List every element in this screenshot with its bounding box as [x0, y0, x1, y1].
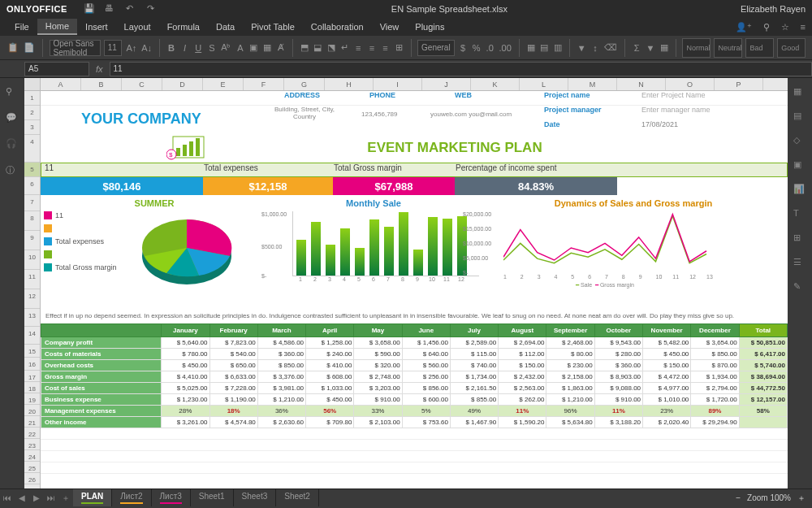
- pivot-settings-icon[interactable]: ⊞: [793, 232, 806, 245]
- row-header[interactable]: 23: [24, 439, 40, 450]
- col-header[interactable]: I: [374, 78, 422, 90]
- row-header[interactable]: 4: [24, 135, 40, 163]
- menu-plugins[interactable]: Plugins: [407, 20, 452, 34]
- user-name[interactable]: Elizabeth Rayen: [741, 4, 806, 14]
- col-header[interactable]: N: [617, 78, 666, 90]
- col-header[interactable]: O: [666, 78, 715, 90]
- text-settings-icon[interactable]: T: [793, 208, 806, 221]
- menu-collab[interactable]: Collaboration: [303, 20, 372, 34]
- tab-add-icon[interactable]: ＋: [58, 493, 73, 504]
- dec-font-icon[interactable]: A↓: [140, 39, 153, 57]
- strike-icon[interactable]: S: [207, 39, 218, 57]
- clear-format-icon[interactable]: A̸: [275, 39, 286, 57]
- percent-icon[interactable]: %: [471, 39, 482, 57]
- fx-icon[interactable]: fx: [96, 64, 103, 74]
- align-right-icon[interactable]: ≡: [380, 39, 391, 57]
- italic-icon[interactable]: I: [179, 39, 190, 57]
- cell-a5[interactable]: 11: [41, 163, 204, 176]
- cell-reference-input[interactable]: A5: [24, 62, 89, 76]
- row-header[interactable]: 24: [24, 450, 40, 462]
- font-color-icon[interactable]: A: [235, 39, 245, 57]
- menu-view[interactable]: View: [372, 20, 408, 34]
- underline-icon[interactable]: U: [193, 39, 204, 57]
- insert-cells-icon[interactable]: ▦: [525, 39, 536, 57]
- shape-settings-icon[interactable]: ◇: [793, 135, 806, 148]
- clear-icon[interactable]: ⌫: [603, 39, 618, 57]
- image-settings-icon[interactable]: ▣: [793, 159, 806, 172]
- font-name-combo[interactable]: Open Sans Semibold: [50, 40, 101, 56]
- tab-next-icon[interactable]: ▶: [29, 493, 44, 502]
- row-header[interactable]: 9: [24, 231, 40, 250]
- row-header[interactable]: 25: [24, 462, 40, 473]
- tab-first-icon[interactable]: ⏮: [0, 493, 15, 502]
- row-header[interactable]: 1: [24, 91, 40, 106]
- sheet-tab[interactable]: Sheet1: [191, 489, 234, 506]
- align-top-icon[interactable]: ⬒: [300, 39, 310, 57]
- col-header[interactable]: M: [568, 78, 617, 90]
- row-header[interactable]: 12: [24, 289, 40, 309]
- align-left-icon[interactable]: ≡: [353, 39, 364, 57]
- row-header[interactable]: 22: [24, 428, 40, 439]
- row-header[interactable]: 15: [24, 345, 40, 358]
- row-header[interactable]: 18: [24, 382, 40, 393]
- col-header[interactable]: B: [81, 78, 122, 90]
- selected-row[interactable]: 11 Total expenses Total Gross margin Per…: [41, 163, 788, 177]
- col-header[interactable]: F: [244, 78, 284, 90]
- row-header[interactable]: 21: [24, 416, 40, 428]
- menu-home[interactable]: Home: [37, 19, 77, 35]
- sum-icon[interactable]: Σ: [632, 39, 642, 57]
- col-header[interactable]: E: [203, 78, 244, 90]
- row-header[interactable]: 26: [24, 473, 40, 484]
- col-header[interactable]: L: [520, 78, 568, 90]
- col-header[interactable]: K: [471, 78, 520, 90]
- financial-table[interactable]: JanuaryFebruaryMarchAprilMayJuneJulyAugu…: [41, 323, 788, 428]
- menu-pivot[interactable]: Pivot Table: [243, 20, 303, 34]
- row-header[interactable]: 17: [24, 371, 40, 382]
- cell-settings-icon[interactable]: ▦: [793, 86, 806, 99]
- share-icon[interactable]: 👤⁺: [736, 22, 752, 33]
- align-mid-icon[interactable]: ⬓: [313, 39, 323, 57]
- format-table-icon[interactable]: ▦: [659, 39, 669, 57]
- row-header[interactable]: 13: [24, 309, 40, 327]
- row-header[interactable]: 16: [24, 358, 40, 371]
- star-icon[interactable]: ☆: [781, 22, 789, 33]
- fill-icon[interactable]: ▼: [645, 39, 655, 57]
- dec-inc-icon[interactable]: .0: [485, 39, 495, 57]
- signature-icon[interactable]: ✎: [793, 281, 806, 294]
- zoom-out-icon[interactable]: −: [736, 493, 741, 502]
- undo-icon[interactable]: ↶: [126, 3, 137, 15]
- inc-font-icon[interactable]: A↑: [125, 39, 137, 57]
- menu-data[interactable]: Data: [208, 20, 243, 34]
- tab-last-icon[interactable]: ⏭: [44, 493, 58, 502]
- borders-icon[interactable]: ▦: [262, 39, 273, 57]
- row-header[interactable]: 11: [24, 270, 40, 289]
- super-icon[interactable]: Aᵇ: [220, 39, 231, 57]
- dec-dec-icon[interactable]: .00: [499, 39, 512, 57]
- col-header[interactable]: P: [715, 78, 763, 90]
- col-header[interactable]: D: [162, 78, 203, 90]
- print-icon[interactable]: 🖶: [105, 3, 116, 15]
- wrap-icon[interactable]: ↵: [339, 39, 350, 57]
- row-header[interactable]: 6: [24, 177, 40, 195]
- col-header[interactable]: G: [284, 78, 325, 90]
- redo-icon[interactable]: ↷: [147, 3, 158, 15]
- bold-icon[interactable]: B: [166, 39, 177, 57]
- paste-icon[interactable]: 📄: [23, 39, 36, 57]
- fill-color-icon[interactable]: ▣: [248, 39, 259, 57]
- delete-cells-icon[interactable]: ▤: [539, 39, 550, 57]
- font-size-combo[interactable]: 11: [104, 40, 123, 56]
- info-icon[interactable]: ⓘ: [6, 164, 19, 177]
- menu-file[interactable]: File: [6, 20, 37, 34]
- col-header[interactable]: C: [122, 78, 162, 90]
- save-icon[interactable]: 💾: [84, 3, 95, 15]
- cond-format-icon[interactable]: ▥: [553, 39, 564, 57]
- table-settings-icon[interactable]: ▤: [793, 111, 806, 124]
- row-header[interactable]: 19: [24, 393, 40, 405]
- sheet-tab[interactable]: PLAN: [73, 489, 112, 506]
- col-header[interactable]: H: [325, 78, 374, 90]
- select-all-corner[interactable]: [24, 78, 41, 90]
- sheet-tab[interactable]: Sheet2: [276, 489, 319, 506]
- row-header[interactable]: 8: [24, 211, 40, 231]
- search-top-icon[interactable]: ⚲: [763, 22, 770, 33]
- row-header[interactable]: 20: [24, 405, 40, 416]
